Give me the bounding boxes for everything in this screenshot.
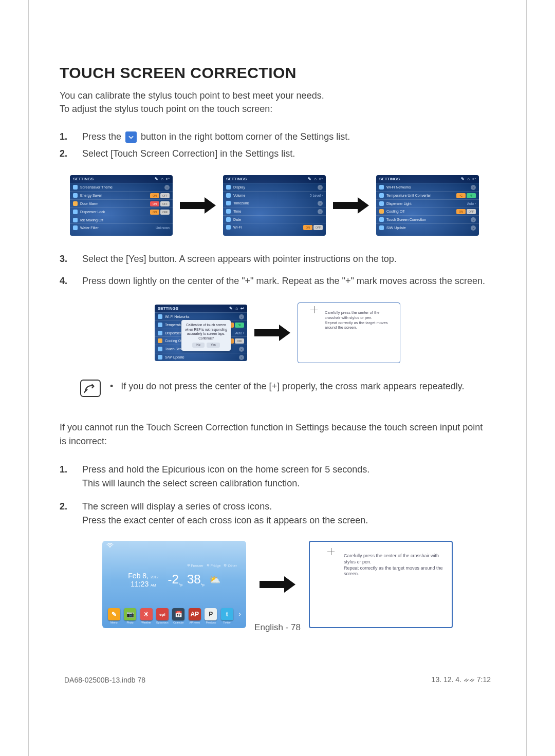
arrow-icon [254, 326, 290, 339]
section-title: TOUCH SCREEN CORRECTION [60, 64, 495, 82]
arrow-icon [180, 199, 216, 212]
alt-step-1: 1. Press and hold the Epicurious icon on… [60, 463, 495, 490]
settings-row[interactable]: Energy SaverONOFF [70, 191, 173, 199]
settings-screenshot-3: SETTINGS✎⌂↩ Wi-Fi Networks›Temperature U… [376, 175, 479, 236]
app-pandora[interactable]: PPandora [205, 608, 217, 624]
calibration-instructions: Carefully press the center of the crossh… [325, 310, 394, 330]
dialog-yes-button[interactable]: Yes [207, 343, 220, 348]
note: • If you do not press the center of the … [80, 380, 495, 397]
settings-row[interactable]: Wi-FiONOFF [223, 223, 326, 231]
crosshair-icon [310, 306, 318, 314]
note-icon [80, 380, 101, 397]
status-bar [102, 541, 246, 550]
wifi-icon [106, 543, 114, 548]
settings-row[interactable]: S/W Update› [376, 223, 479, 232]
app-ap news[interactable]: APAP News [188, 608, 201, 624]
home-date-time: Feb 8, 2012 11:23 AM [128, 572, 158, 588]
settings-row[interactable]: Dispenser LockONOFF [70, 207, 173, 216]
note-text: • If you do not press the center of the … [110, 380, 465, 393]
page: TOUCH SCREEN CORRECTION You can calibrat… [28, 0, 527, 756]
back-icon: ↩ [166, 177, 170, 181]
page-footer-left: DA68-02500B-13.indb 78 [64, 676, 145, 684]
step-number: 1. [60, 130, 74, 144]
intro-line-1: You can calibrate the stylus touch point… [60, 90, 324, 101]
intro-line-2: To adjust the stylus touch point on the … [60, 104, 272, 114]
dialog-no-button[interactable]: No [192, 343, 205, 348]
settings-row[interactable]: Timezone› [223, 199, 326, 207]
step-number: 2. [60, 147, 74, 161]
step-4: 4. Press down lightly on the center of t… [60, 274, 495, 288]
header-icons: ✎⌂↩ [152, 177, 170, 181]
arrow-icon [333, 199, 369, 212]
crosshair-icon [327, 548, 335, 556]
screenshot-row-3: ❄ Freezer ❄ Fridge ⚙ Other Feb 8, 2012 1… [60, 541, 495, 628]
steps-group-1: 1. Press the button in the right bottom … [60, 130, 495, 161]
settings-row[interactable]: Door AlarmONOFF [70, 199, 173, 207]
screenshot-row-2: SETTINGS✎⌂↩ Wi-Fi Networks›Temperature U… [60, 303, 495, 363]
home-temperatures: -2°F 38°F ⛅ [168, 572, 220, 588]
down-check-icon [125, 131, 137, 143]
calibration-screen-small: Carefully press the center of the crossh… [298, 303, 400, 363]
settings-row[interactable]: Time› [223, 207, 326, 215]
app-epicurious[interactable]: epiEpicurious [156, 608, 169, 624]
settings-row[interactable]: Temperature Unit Converter°C°F [376, 191, 479, 199]
app-photo[interactable]: 📷Photo [123, 608, 136, 624]
screenshot-row-1: SETTINGS✎⌂↩ Screensaver Theme›Energy Sav… [70, 175, 495, 236]
settings-row[interactable]: S/W Update› [155, 353, 247, 361]
step-text: Select [Touch Screen Correction] in the … [82, 147, 295, 161]
settings-row[interactable]: Wi-Fi Networks› [155, 312, 247, 320]
page-footer-right: 13. 12. 4. ᨀᨀ 7:12 [432, 675, 491, 684]
settings-screenshot-1: SETTINGS✎⌂↩ Screensaver Theme›Energy Sav… [70, 175, 173, 236]
alt-step-2: 2. The screen will display a series of c… [60, 500, 495, 527]
home-icon: ⌂ [161, 177, 163, 181]
home-screen-screenshot: ❄ Freezer ❄ Fridge ⚙ Other Feb 8, 2012 1… [102, 541, 246, 628]
svg-point-0 [109, 547, 110, 548]
weather-icon: ⛅ [209, 574, 220, 585]
settings-row[interactable]: Cooling OffONOFF [376, 207, 479, 215]
step-text: Press the button in the right bottom cor… [82, 130, 350, 144]
settings-row[interactable]: Dispenser LightAuto › [376, 199, 479, 207]
settings-with-dialog: SETTINGS✎⌂↩ Wi-Fi Networks›Temperature U… [155, 305, 247, 361]
page-footer-center: English - 78 [0, 622, 555, 633]
dock-next-icon[interactable]: › [238, 610, 241, 618]
steps-group-2: 3. Select the [Yes] button. A screen app… [60, 252, 495, 288]
edit-icon: ✎ [155, 177, 158, 181]
confirm-dialog: Calibration of touch screen when REF is … [181, 320, 231, 351]
app-weather[interactable]: ☀Weather [140, 608, 153, 624]
settings-row[interactable]: Date [223, 215, 326, 223]
app-calendar[interactable]: 📅Calendar [172, 608, 185, 624]
settings-row[interactable]: Screensaver Theme› [70, 183, 173, 191]
settings-row[interactable]: Volume5 Level › [223, 191, 326, 199]
step-2: 2. Select [Touch Screen Correction] in t… [60, 147, 495, 161]
settings-row[interactable]: Display› [223, 183, 326, 191]
step-1: 1. Press the button in the right bottom … [60, 130, 495, 144]
settings-row[interactable]: Touch Screen Correction› [376, 215, 479, 223]
step-3: 3. Select the [Yes] button. A screen app… [60, 252, 495, 266]
calibration-screen-large: Carefully press the center of the crossh… [309, 541, 453, 628]
settings-screenshot-2: SETTINGS✎⌂↩ Display›Volume5 Level ›Timez… [223, 175, 326, 236]
settings-row[interactable]: Wi-Fi Networks› [376, 183, 479, 191]
calibration-instructions: Carefully press the center of the crossh… [344, 553, 443, 577]
mini-status-icons: ❄ Freezer ❄ Fridge ⚙ Other [187, 563, 237, 568]
intro-paragraph: You can calibrate the stylus touch point… [60, 89, 495, 116]
settings-row[interactable]: Water FilterUnknown [70, 223, 173, 231]
settings-row[interactable]: Ice Making Off [70, 216, 173, 223]
app-memo[interactable]: ✎Memo [107, 608, 120, 624]
app-twitter[interactable]: tTwitter [220, 608, 233, 624]
app-dock: ✎Memo📷Photo☀WeatherepiEpicurious📅Calenda… [107, 603, 241, 624]
paragraph-alt-method: If you cannot run the Touch Screen Corre… [60, 421, 495, 448]
arrow-icon [260, 578, 295, 591]
steps-group-3: 1. Press and hold the Epicurious icon on… [60, 463, 495, 527]
